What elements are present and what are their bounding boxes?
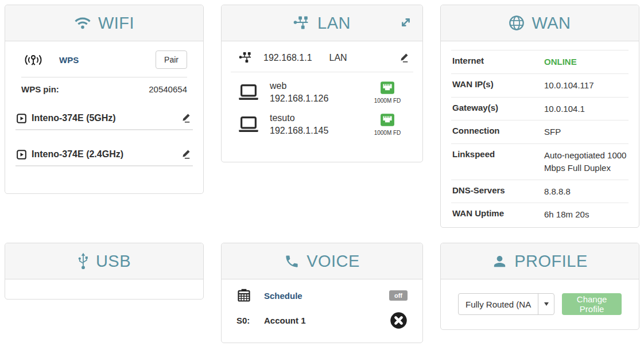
laptop-icon [238, 115, 259, 134]
voice-account-row: S0: Account 1 [236, 312, 408, 329]
wan-panel-title: WAN [532, 14, 571, 33]
lan-client-info: web 192.168.1.126 [270, 80, 328, 104]
voice-schedule-row: Schedule off [236, 288, 408, 303]
lan-client-row: tesuto 192.168.1.145 100 [238, 112, 406, 137]
network-icon [293, 15, 311, 30]
times-circle-icon[interactable] [390, 312, 408, 329]
wifi-panel-header: WIFI [5, 5, 203, 41]
profile-panel-title: PROFILE [514, 252, 588, 271]
ethernet-port-icon [380, 80, 395, 95]
ssid-row: Inteno-374E (2.4GHz) [15, 149, 193, 166]
lan-client-ip: 192.168.1.145 [270, 125, 328, 137]
wps-pair-button[interactable]: Pair [156, 50, 187, 69]
voice-line-label: S0: [236, 316, 264, 325]
edit-icon[interactable] [180, 149, 192, 160]
wan-row-label: Internet [452, 56, 544, 68]
wan-row-label: Connection [452, 126, 544, 138]
wan-panel-header: WAN [441, 5, 639, 41]
router-dashboard: WIFI WPS Pair [0, 0, 644, 350]
wps-pin-label: WPS pin: [21, 84, 59, 94]
wifi-panel-body: WPS Pair WPS pin: 20540654 Inteno-374E (… [5, 48, 203, 166]
usb-panel: USB [5, 243, 204, 300]
wan-row-label: Linkspeed [452, 149, 544, 174]
lan-client-hostname: web [270, 80, 328, 92]
wifi-panel: WIFI WPS Pair [5, 5, 204, 194]
ssid-label: Inteno-374E (5GHz) [32, 113, 116, 123]
voice-panel: VOICE Schedule off [221, 243, 423, 343]
voice-panel-title: VOICE [307, 252, 360, 271]
profile-panel: PROFILE Fully Routed (NA Change Profile [440, 243, 639, 330]
wan-row-value: 10.0.104.117 [544, 79, 627, 92]
ssid-row: Inteno-374E (5GHz) [15, 112, 193, 130]
ssid-label: Inteno-374E (2.4GHz) [32, 149, 123, 160]
network-icon [239, 52, 253, 64]
wan-row-label: WAN IP(s) [452, 79, 544, 92]
change-profile-button[interactable]: Change Profile [562, 293, 622, 315]
wan-row-value: Auto-negotiated 1000 Mbps Full Duplex [544, 149, 627, 174]
edit-icon[interactable] [180, 112, 192, 124]
usb-icon [77, 252, 89, 270]
lan-gateway-row: 192.168.1.1 LAN [231, 41, 413, 72]
wan-row-value: 6h 18m 20s [544, 208, 627, 221]
usb-panel-title: USB [96, 252, 131, 271]
wan-row: Connection SFP [451, 120, 629, 143]
wifi-panel-title: WIFI [98, 14, 134, 33]
lan-client-linkspeed: 1000M FD [368, 130, 406, 136]
internet-status-badge: ONLINE [544, 56, 627, 68]
lan-panel-body: 192.168.1.1 LAN web [222, 41, 422, 137]
wan-row: Gateway(s) 10.0.104.1 [451, 97, 629, 120]
wps-row: WPS Pair [21, 48, 187, 77]
edit-icon[interactable] [398, 52, 410, 64]
wifi-icon [74, 16, 91, 30]
ethernet-port-icon [380, 112, 395, 127]
lan-gateway-ip: 192.168.1.1 [263, 53, 312, 63]
lan-panel-header: LAN [222, 5, 422, 41]
profile-select-value: Fully Routed (NA [459, 294, 538, 314]
lan-client-linkspeed: 1000M FD [368, 98, 406, 104]
lan-client-hostname: tesuto [270, 112, 328, 125]
phone-icon [284, 254, 300, 269]
lan-client-info: tesuto 192.168.1.145 [270, 112, 328, 137]
lan-client-port: 1000M FD [368, 80, 406, 104]
caret-down-icon[interactable] [538, 294, 554, 314]
wan-panel: WAN Internet ONLINE WAN IP(s) 10.0.104.1… [440, 5, 639, 228]
wan-row: Internet ONLINE [451, 50, 629, 73]
lan-gateway-name: LAN [329, 53, 347, 63]
wps-icon [24, 53, 43, 67]
lan-client-row: web 192.168.1.126 1000M [238, 80, 406, 104]
profile-panel-header: PROFILE [441, 243, 639, 279]
expand-icon[interactable] [398, 15, 413, 30]
voice-panel-body: Schedule off S0: Account 1 [222, 288, 422, 329]
profile-panel-body: Fully Routed (NA Change Profile [441, 279, 639, 315]
wps-pin-row: WPS pin: 20540654 [21, 84, 187, 94]
wan-row-value: 8.8.8.8 [544, 185, 627, 198]
schedule-status-badge[interactable]: off [389, 290, 408, 301]
play-square-icon[interactable] [17, 150, 26, 160]
lan-panel-title: LAN [317, 14, 351, 33]
voice-panel-header: VOICE [222, 243, 422, 279]
wan-row-label: Gateway(s) [452, 103, 544, 115]
person-icon [492, 254, 507, 269]
wan-row: WAN IP(s) 10.0.104.117 [451, 73, 629, 97]
globe-icon [509, 15, 525, 31]
lan-client-ip: 192.168.1.126 [270, 92, 328, 105]
play-square-icon[interactable] [17, 114, 26, 123]
calendar-icon [236, 288, 251, 303]
usb-panel-header: USB [5, 243, 203, 279]
laptop-icon [238, 83, 259, 102]
wan-row-label: WAN Uptime [452, 208, 544, 221]
voice-schedule-link[interactable]: Schedule [264, 291, 302, 301]
voice-account-label: Account 1 [264, 316, 306, 325]
lan-client-port: 1000M FD [368, 112, 406, 136]
lan-panel: LAN [221, 5, 423, 162]
wps-pin-value: 20540654 [149, 84, 187, 94]
wan-status-table: Internet ONLINE WAN IP(s) 10.0.104.117 G… [451, 50, 629, 226]
wan-row-label: DNS-Servers [452, 185, 544, 198]
wan-row-value: SFP [544, 126, 627, 138]
wan-row-value: 10.0.104.1 [544, 103, 627, 115]
profile-select[interactable]: Fully Routed (NA [458, 293, 554, 315]
wan-row: Linkspeed Auto-negotiated 1000 Mbps Full… [451, 143, 629, 180]
usb-panel-body [5, 279, 203, 300]
wps-label: WPS [59, 55, 79, 65]
wan-row: WAN Uptime 6h 18m 20s [451, 203, 629, 226]
